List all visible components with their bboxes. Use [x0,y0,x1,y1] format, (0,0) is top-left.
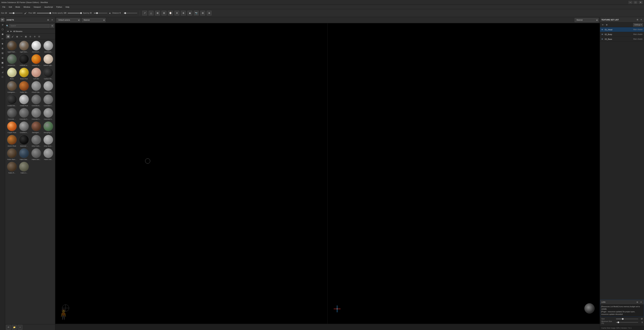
toolbar-btn-6[interactable]: ⊕ [181,11,186,16]
assets-close-btn[interactable]: ✕ [51,18,54,22]
texture-set-item[interactable]: 👁01_HeadMain shader [600,27,644,32]
material-item[interactable]: Cobalt Pure [18,94,30,107]
size-control-slider[interactable] [616,318,638,319]
material-item[interactable]: Fabric Bas... [18,148,30,161]
grid-view-btn[interactable]: ⊞ [50,24,54,28]
toolbar-btn-3[interactable]: ⊠ [155,11,160,16]
log-expand-btn[interactable]: ⊞ [636,300,639,304]
material-item[interactable]: Cedar Wo... [18,81,30,93]
material-item[interactable]: Cartagena ... [6,81,18,93]
material-item[interactable]: Concrete S... [30,108,42,120]
viewport-right[interactable] [328,23,600,324]
menu-python[interactable]: Python [54,6,64,8]
material-item[interactable]: Clean Con... [43,81,54,93]
material-item[interactable]: Fabric 2... [18,161,30,174]
material-item[interactable]: Calf Skin [30,67,42,80]
material-item[interactable]: Autumn Le... [30,54,42,67]
menu-viewport[interactable]: Viewport [32,6,42,8]
material-item[interactable]: Bone [6,67,18,80]
tool-smudge[interactable]: ⌀ [0,23,4,27]
material-item[interactable]: Concrete S... [43,108,54,120]
material-item[interactable]: Aged Paint... [6,40,18,53]
spacing-slider[interactable] [94,13,108,14]
ts-visibility-icon[interactable]: 👁 [601,29,604,31]
toolbar-btn-4[interactable]: ⊞ [162,11,166,16]
menu-file[interactable]: File [1,6,7,8]
toolbar-btn-8[interactable]: 📷 [194,11,199,16]
material-item[interactable]: Cracked A... [18,121,30,134]
tool-text[interactable]: ⊗ [0,56,4,60]
material-item[interactable]: Concrete B... [30,94,42,107]
type-procedural[interactable]: ⊕ [28,34,32,39]
tool-eraser[interactable]: ✂ [0,37,4,41]
log-close-btn[interactable]: ✕ [640,300,642,304]
flow-slider[interactable] [37,13,50,14]
material-item[interactable]: Fabric Den... [30,148,42,161]
ts-visibility-icon[interactable]: 👁 [601,33,604,35]
assets-expand-btn[interactable]: ⊞ [46,18,50,22]
material-item[interactable]: Concrete S... [18,108,30,120]
stroke-opacity-slider[interactable] [68,13,81,14]
material-item[interactable]: Brass Pure [18,67,30,80]
material-item[interactable]: Dirty Stucc... [43,134,54,147]
material-mode-select-left[interactable]: Material [82,18,106,22]
menu-mode[interactable]: Mode [14,6,22,8]
toolbar-btn-5[interactable]: ⌚ [168,11,173,16]
tool-transform[interactable]: ⊞ [0,51,4,55]
material-item[interactable]: Coated Me... [6,94,18,107]
camera-select[interactable]: Default camera [56,18,80,22]
material-item[interactable]: Copper Pure [6,121,18,134]
type-brush[interactable]: 🖌 [10,34,14,39]
material-item[interactable]: Artificial Le... [18,54,30,67]
type-texture[interactable]: ▣ [24,34,28,39]
ts-eye-icon[interactable]: 👁 [601,23,604,27]
menu-javascript[interactable]: JavaScript [42,6,54,8]
material-item[interactable]: Damaged ... [30,121,42,134]
material-item[interactable]: Church Wa... [30,81,42,93]
material-item[interactable]: Decaying S... [43,121,54,134]
material-item[interactable]: Aluminium... [30,40,42,53]
material-item[interactable]: Baked Light... [43,54,54,67]
type-alpha[interactable]: ✂ [19,34,24,39]
material-item[interactable]: Dirty Crack... [30,134,42,147]
tool-paint[interactable]: ✏ [0,18,4,22]
close-button[interactable]: ✕ [638,1,643,4]
tool-bake[interactable]: ⊿ [0,70,4,74]
menu-edit[interactable]: Edit [7,6,14,8]
nav-expand-btn[interactable]: ▶ [10,30,12,33]
material-item[interactable]: Fabric Barn... [6,148,18,161]
menu-help[interactable]: Help [64,6,71,8]
nav-back-btn[interactable]: ◀ [6,30,9,33]
panel-expand-btn[interactable]: ⊞ [636,18,639,21]
toolbar-btn-2[interactable]: △ [149,11,154,16]
texture-set-item[interactable]: 👁02_BodyMain shader [600,32,644,37]
rotate-btn[interactable]: ⟳ [6,325,11,330]
material-item[interactable]: Aged Wen... [18,40,30,53]
minimize-button[interactable]: ─ [628,1,632,4]
tool-fill[interactable]: ⬡ [0,27,4,31]
ts-visibility-icon[interactable]: 👁 [601,38,604,40]
material-item[interactable]: Ancient Gr... [6,54,18,67]
material-item[interactable]: Concrete C... [43,94,54,107]
panel-close-btn[interactable]: ✕ [640,18,643,21]
ts-settings-btn[interactable]: Settings ▾ [633,23,643,27]
viewport-left[interactable]: 🧍 [55,23,328,324]
tool-selection[interactable]: ⊕ [0,46,4,50]
material-item[interactable]: Diamond ... [18,134,30,147]
menu-window[interactable]: Window [22,6,32,8]
tool-decal[interactable]: ▣ [0,61,4,65]
type-all[interactable]: ⊞ [6,34,10,39]
tool-align[interactable]: ☉ [0,75,4,79]
toolbar-btn-pause[interactable]: ⏸ [174,11,179,16]
size-slider[interactable] [9,13,22,14]
type-material[interactable]: ◉ [15,34,19,39]
distance-slider[interactable] [124,13,137,14]
toolbar-btn-1[interactable]: ↗ [142,11,147,16]
material-item[interactable]: Fabric R... [6,161,18,174]
material-item[interactable]: Fabric Knit... [43,148,54,161]
breadcrumb[interactable]: All libraries [13,30,22,32]
add-folder-btn[interactable]: 📁 [12,325,17,330]
texture-set-item[interactable]: 👁03_BaseMain shader [600,37,644,42]
toolbar-btn-7[interactable]: ◉ [188,11,192,16]
ts-eye-off-icon[interactable]: ◉ [605,23,608,27]
